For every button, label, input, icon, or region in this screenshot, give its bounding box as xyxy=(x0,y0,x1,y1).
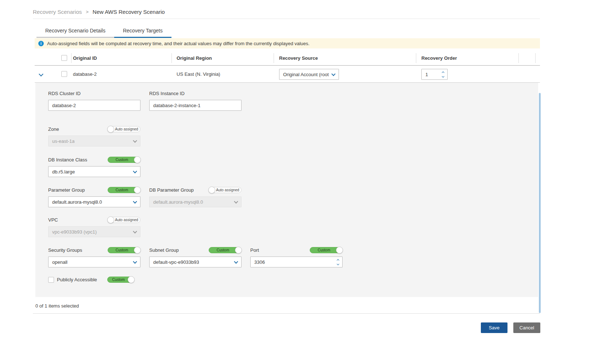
security-groups-field: Security Groups Custom openall xyxy=(48,247,140,267)
port-label: Port xyxy=(250,247,259,253)
parameter-group-select[interactable]: default.aurora-mysql8.0 xyxy=(48,196,140,207)
recovery-order-stepper[interactable] xyxy=(442,72,444,77)
table-row: database-2 US East (N. Virginia) Origina… xyxy=(35,66,540,83)
chevron-down-icon xyxy=(133,259,137,263)
security-groups-label: Security Groups xyxy=(48,247,82,253)
vpc-label: VPC xyxy=(48,217,58,223)
db-parameter-group-label: DB Parameter Group xyxy=(149,187,194,193)
stepper-up-icon[interactable] xyxy=(442,71,444,74)
vpc-auto-assigned-toggle[interactable]: Auto assigned xyxy=(108,217,140,223)
subnet-group-custom-toggle[interactable]: Custom xyxy=(209,247,242,253)
chevron-down-icon xyxy=(133,199,137,203)
table-header: Original ID Original Region Recovery Sou… xyxy=(35,51,540,66)
footer-divider xyxy=(33,313,540,314)
page-title: New AWS Recovery Scenario xyxy=(93,9,165,15)
info-banner-text: Auto-assigned fields will be computed at… xyxy=(47,41,309,46)
chevron-down-icon xyxy=(331,72,335,76)
parameter-group-label: Parameter Group xyxy=(48,187,85,193)
stepper-down-icon[interactable] xyxy=(442,75,444,77)
select-all-checkbox[interactable] xyxy=(61,55,67,61)
zone-auto-assigned-toggle[interactable]: Auto assigned xyxy=(108,126,140,132)
security-groups-custom-toggle[interactable]: Custom xyxy=(108,247,140,253)
chevron-down-icon xyxy=(234,199,238,203)
tab-bar: Recovery Scenario Details Recovery Targe… xyxy=(36,24,171,38)
row-original-id: database-2 xyxy=(73,71,97,77)
chevron-down-icon xyxy=(133,169,137,173)
subnet-group-label: Subnet Group xyxy=(149,247,179,253)
db-instance-class-select[interactable]: db.r5.large xyxy=(48,166,140,177)
breadcrumb-separator-icon: > xyxy=(86,9,89,15)
rds-instance-id-input[interactable] xyxy=(149,100,242,111)
column-header-original-region: Original Region xyxy=(177,55,212,61)
column-header-original-id: Original ID xyxy=(73,55,97,61)
save-button[interactable]: Save xyxy=(481,322,507,333)
rds-instance-id-label: RDS Instance ID xyxy=(149,91,185,96)
selection-summary: 0 of 1 items selected xyxy=(35,303,79,309)
toggle-knob xyxy=(134,156,141,163)
rds-cluster-id-label: RDS Cluster ID xyxy=(48,91,81,96)
column-header-recovery-order: Recovery Order xyxy=(421,55,457,61)
column-divider xyxy=(518,53,519,63)
vpc-select: vpc-e9033b93 (vpc1) xyxy=(48,226,140,237)
toggle-knob xyxy=(235,247,242,254)
column-header-recovery-source: Recovery Source xyxy=(279,55,318,61)
stepper-down-icon[interactable] xyxy=(337,262,339,265)
publicly-accessible-checkbox[interactable] xyxy=(48,277,54,283)
publicly-accessible-label: Publicly Accessible xyxy=(57,277,97,282)
column-divider xyxy=(535,53,536,63)
port-field: Port Custom 3306 xyxy=(250,247,343,267)
db-instance-class-label: DB Instance Class xyxy=(48,157,87,163)
page: Recovery Scenarios > New AWS Recovery Sc… xyxy=(0,0,610,364)
zone-field: Zone Auto assigned us-east-1a xyxy=(48,126,140,146)
chevron-down-icon xyxy=(133,138,137,142)
column-divider xyxy=(171,53,172,63)
row-original-region: US East (N. Virginia) xyxy=(177,71,220,77)
publicly-accessible-field: Publicly Accessible Custom xyxy=(48,277,134,283)
stepper-up-icon[interactable] xyxy=(337,259,339,261)
column-divider xyxy=(71,53,72,63)
chevron-down-icon xyxy=(133,229,137,233)
rds-instance-id-field: RDS Instance ID xyxy=(149,90,242,111)
security-groups-select[interactable]: openall xyxy=(48,257,140,267)
scrollbar[interactable] xyxy=(539,93,541,313)
toggle-knob xyxy=(107,126,114,133)
subnet-group-select[interactable]: default-vpc-e9033b93 xyxy=(149,257,242,267)
row-details-panel: RDS Cluster ID RDS Instance ID Zone Auto… xyxy=(35,83,538,297)
collapse-row-chevron-icon[interactable] xyxy=(39,71,43,77)
cancel-button[interactable]: Cancel xyxy=(513,322,540,333)
db-parameter-group-auto-assigned-toggle[interactable]: Auto assigned xyxy=(209,187,242,193)
toggle-knob xyxy=(107,216,114,223)
publicly-accessible-custom-toggle[interactable]: Custom xyxy=(107,277,134,283)
recovery-source-select[interactable]: Original Account (root xyxy=(279,69,339,80)
port-input[interactable]: 3306 xyxy=(250,257,343,267)
toggle-knob xyxy=(134,247,141,254)
toggle-knob xyxy=(208,187,215,193)
tab-recovery-scenario-details[interactable]: Recovery Scenario Details xyxy=(36,24,114,38)
toggle-knob xyxy=(134,187,141,193)
breadcrumb-parent-link[interactable]: Recovery Scenarios xyxy=(33,9,82,15)
rds-cluster-id-input[interactable] xyxy=(48,100,140,111)
row-checkbox[interactable] xyxy=(61,71,67,77)
info-icon: i xyxy=(38,41,44,46)
recovery-order-input[interactable]: 1 xyxy=(421,69,448,80)
vpc-field: VPC Auto assigned vpc-e9033b93 (vpc1) xyxy=(48,216,140,237)
zone-select: us-east-1a xyxy=(48,136,140,146)
db-parameter-group-field: DB Parameter Group Auto assigned default… xyxy=(149,187,242,207)
parameter-group-custom-toggle[interactable]: Custom xyxy=(108,187,140,193)
port-stepper[interactable] xyxy=(337,259,339,265)
breadcrumb: Recovery Scenarios > New AWS Recovery Sc… xyxy=(33,5,540,19)
zone-label: Zone xyxy=(48,126,59,132)
db-instance-class-custom-toggle[interactable]: Custom xyxy=(108,157,140,163)
chevron-down-icon xyxy=(234,259,238,263)
port-custom-toggle[interactable]: Custom xyxy=(310,247,343,253)
subnet-group-field: Subnet Group Custom default-vpc-e9033b93 xyxy=(149,247,242,267)
db-instance-class-field: DB Instance Class Custom db.r5.large xyxy=(48,156,140,177)
toggle-knob xyxy=(336,247,343,254)
rds-cluster-id-field: RDS Cluster ID xyxy=(48,90,140,111)
info-banner: i Auto-assigned fields will be computed … xyxy=(35,38,540,48)
db-parameter-group-select: default.aurora-mysql8.0 xyxy=(149,196,242,207)
column-divider xyxy=(274,53,274,63)
column-divider xyxy=(416,53,416,63)
tab-recovery-targets[interactable]: Recovery Targets xyxy=(114,24,171,38)
parameter-group-field: Parameter Group Custom default.aurora-my… xyxy=(48,187,140,207)
